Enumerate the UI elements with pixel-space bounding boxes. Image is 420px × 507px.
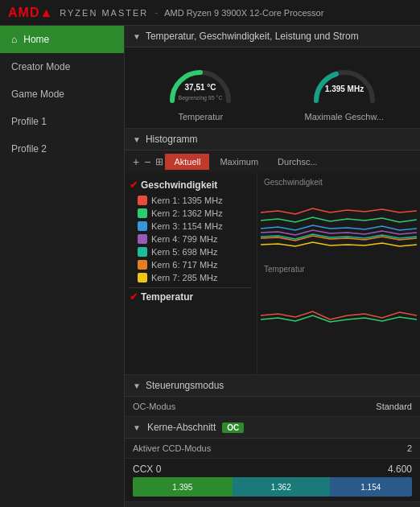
kern1-label: Kern 1: 1395 MHz	[151, 196, 223, 205]
ccx-seg-2: 1.362	[233, 477, 330, 497]
chart-label-geschwindigkeit: Geschwindigkeit	[261, 176, 417, 188]
oc-modus-label: OC-Modus	[133, 402, 175, 411]
sidebar-label-game: Game Mode	[11, 89, 64, 100]
kern5-color-swatch	[138, 247, 147, 257]
ccx-value: 4.600	[388, 464, 412, 475]
legend-panel: ✔ Geschwindigkeit Kern 1: 1395 MHz Kern …	[125, 173, 257, 374]
legend-item-kern5: Kern 5: 698 MHz	[130, 245, 252, 258]
ccx-seg3-value: 1.154	[360, 483, 381, 492]
ccx-labels: CCX 0 4.600	[133, 464, 412, 475]
home-icon: ⌂	[11, 34, 17, 45]
legend-temperatur-label: Temperatur	[141, 291, 193, 303]
kerne-header: ▼ Kerne-Abschnitt OC	[125, 417, 420, 439]
temperature-card: 37,51 °C Begrenzing 95 °C Temperatur	[133, 54, 269, 122]
title-separator: -	[154, 7, 158, 19]
steuerungsmodus-chevron-icon: ▼	[133, 381, 141, 390]
kern2-color-swatch	[138, 208, 147, 218]
legend-item-kern7: Kern 7: 285 MHz	[130, 271, 252, 284]
spannung-section: ▼ Spannungssteuerungen	[125, 502, 420, 507]
ccx-seg1-value: 1.395	[172, 483, 192, 492]
app-title: RYZEN MASTER	[60, 8, 148, 18]
kerne-section: ▼ Kerne-Abschnitt OC Aktiver CCD-Modus 2…	[125, 417, 420, 502]
speed-chart-svg	[261, 188, 417, 261]
ccd-value: 2	[407, 443, 412, 453]
legend-item-kern3: Kern 3: 1154 MHz	[130, 220, 252, 233]
svg-rect-4	[261, 275, 417, 340]
sidebar-item-game-mode[interactable]: Game Mode	[0, 80, 124, 108]
legend-item-kern1: Kern 1: 1395 MHz	[130, 194, 252, 207]
content-area: ▼ Temperatur, Geschwindigkeit, Leistung …	[125, 26, 420, 507]
ccx-seg-3: 1.154	[330, 477, 412, 497]
oc-badge: OC	[222, 422, 244, 433]
histogram-grid-button[interactable]: ⊞	[155, 156, 163, 167]
legend-item-kern4: Kern 4: 799 MHz	[130, 233, 252, 245]
sidebar-item-profile-2[interactable]: Profile 2	[0, 135, 124, 163]
svg-text:Begrenzing 95 °C: Begrenzing 95 °C	[179, 95, 223, 101]
legend-group-temperatur: ✔ Temperatur	[130, 291, 252, 303]
steuerungsmodus-header: ▼ Steuerungsmodus	[125, 375, 420, 397]
amd-logo: AMD▲	[8, 6, 53, 20]
svg-text:37,51 °C: 37,51 °C	[185, 83, 216, 92]
sidebar: ⌂ Home Creator Mode Game Mode Profile 1 …	[0, 26, 125, 507]
kern5-label: Kern 5: 698 MHz	[151, 247, 218, 257]
histogram-chevron-icon: ▼	[133, 135, 141, 144]
speed-label: Maximale Geschw...	[305, 112, 384, 122]
steuerungsmodus-section: ▼ Steuerungsmodus OC-Modus Standard	[125, 375, 420, 417]
temp-chart-svg	[261, 275, 417, 340]
metrics-chevron-icon: ▼	[133, 32, 141, 41]
geschwindigkeit-check-icon: ✔	[130, 179, 138, 191]
speed-gauge-svg: 1.395 MHz	[308, 56, 381, 109]
chart-label-temperatur: Temperatur	[261, 263, 417, 275]
svg-text:1.395 MHz: 1.395 MHz	[325, 84, 364, 93]
kern6-color-swatch	[138, 260, 147, 270]
temperature-label: Temperatur	[178, 112, 223, 122]
tab-maximum[interactable]: Maximum	[211, 154, 267, 170]
processor-name: AMD Ryzen 9 3900X 12-Core Processor	[164, 8, 323, 18]
sidebar-label-profile2: Profile 2	[11, 143, 47, 155]
top-bar: AMD▲ RYZEN MASTER - AMD Ryzen 9 3900X 12…	[0, 0, 420, 26]
metrics-title: Temperatur, Geschwindigkeit, Leistung un…	[146, 31, 359, 42]
sidebar-label-home: Home	[23, 34, 49, 45]
temperature-gauge-svg: 37,51 °C Begrenzing 95 °C	[164, 56, 237, 109]
sidebar-label-creator: Creator Mode	[11, 61, 70, 72]
tab-durchschnitt[interactable]: Durchsc...	[269, 154, 327, 170]
tab-aktuell[interactable]: Aktuell	[165, 154, 209, 170]
histogram-tabs: + − ⊞ Aktuell Maximum Durchsc...	[125, 150, 420, 173]
kern7-color-swatch	[138, 273, 147, 282]
kern3-label: Kern 3: 1154 MHz	[151, 221, 223, 231]
kerne-chevron-icon: ▼	[133, 423, 141, 432]
legend-separator	[130, 287, 252, 288]
ccx-section: CCX 0 4.600 1.395 1.362 1.154	[125, 459, 420, 502]
histogram-add-button[interactable]: +	[133, 155, 139, 168]
ccx-seg2-value: 1.362	[271, 483, 291, 492]
speed-gauge: 1.395 MHz	[308, 54, 381, 110]
kerne-title: Kerne-Abschnitt	[147, 422, 216, 433]
main-layout: ⌂ Home Creator Mode Game Mode Profile 1 …	[0, 26, 420, 507]
kern4-color-swatch	[138, 234, 147, 244]
ccx-bar: 1.395 1.362 1.154	[133, 477, 412, 497]
chart-area: Geschwindigkeit Temperatur	[257, 173, 420, 374]
temperatur-check-icon: ✔	[130, 291, 138, 303]
ccx-seg-1: 1.395	[133, 477, 233, 497]
histogram-header: ▼ Histogramm	[125, 129, 420, 150]
sidebar-item-creator-mode[interactable]: Creator Mode	[0, 53, 124, 80]
kern3-color-swatch	[138, 221, 147, 231]
oc-modus-row: OC-Modus Standard	[125, 397, 420, 416]
svg-rect-3	[261, 188, 417, 261]
histogram-body: ✔ Geschwindigkeit Kern 1: 1395 MHz Kern …	[125, 173, 420, 374]
legend-item-kern6: Kern 6: 717 MHz	[130, 258, 252, 271]
legend-geschwindigkeit-label: Geschwindigkeit	[141, 179, 217, 191]
sidebar-item-profile-1[interactable]: Profile 1	[0, 108, 124, 135]
sidebar-label-profile1: Profile 1	[11, 116, 47, 127]
histogram-remove-button[interactable]: −	[144, 155, 150, 168]
kern7-label: Kern 7: 285 MHz	[151, 273, 218, 282]
steuerungsmodus-title: Steuerungsmodus	[146, 380, 224, 391]
ccx-label: CCX 0	[133, 464, 161, 475]
kern6-label: Kern 6: 717 MHz	[151, 260, 218, 270]
legend-group-geschwindigkeit: ✔ Geschwindigkeit	[130, 179, 252, 191]
ccd-label: Aktiver CCD-Modus	[133, 443, 211, 453]
metrics-row: 37,51 °C Begrenzing 95 °C Temperatur 1.3…	[125, 47, 420, 129]
sidebar-item-home[interactable]: ⌂ Home	[0, 26, 124, 53]
metrics-section-header: ▼ Temperatur, Geschwindigkeit, Leistung …	[125, 26, 420, 47]
kern4-label: Kern 4: 799 MHz	[151, 234, 218, 244]
